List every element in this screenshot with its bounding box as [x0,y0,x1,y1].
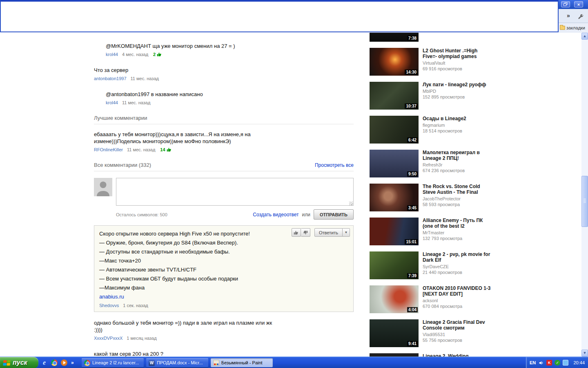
video-title[interactable]: L2 Ghost Hunter .=High Five=- olympiad g… [423,48,493,59]
video-thumbnail[interactable]: 4:04 [370,285,419,313]
comment-time: 11 мес. назад [131,76,159,81]
taskbar-task-button[interactable]: Безымянный - Paint [211,358,273,367]
ie-icon[interactable]: e [41,359,48,366]
chevron-down-icon: ▼ [345,231,348,234]
comment: Что за сервер antonbaton1997 11 мес. наз… [94,67,354,81]
clock[interactable]: 20:44 [573,360,585,365]
video-author[interactable]: MblPD [423,89,493,94]
comment-text: какой там серв 200 на 200 ? [94,350,282,357]
video-author[interactable]: JacobTheProtector [423,196,493,201]
video-title[interactable]: Осады в Lineage2 [423,116,493,121]
video-title[interactable]: OTAKON 2010 FANVIDEO 1-3 [NEXT DAY EDIT] [423,285,493,297]
related-video-item: 14:30 L2 Ghost Hunter .=High Five=- olym… [370,48,496,76]
video-title[interactable]: The Rock vs. Stone Cold Steve Austin - T… [423,184,493,195]
browser-titlebar: × [559,0,588,9]
related-video-item: 9:41 Lineage 2 Gracia Final Dev Console … [370,319,496,347]
video-title[interactable]: Лук пати - lineage2 руофф [423,82,493,88]
comment-author-link[interactable]: krol44 [106,100,118,105]
comment: @MrKOMEHДАНТ ща уже монитор сменил на 27… [106,43,354,57]
bookmarks-label[interactable]: закладки [566,25,585,30]
related-video-item: 15:01 Alliance Enemy - Путь ПК (one of t… [370,218,496,245]
task-button-icon [84,360,90,366]
create-video-response-link[interactable]: Создать видеоответ [253,212,298,218]
comment-author-link[interactable]: RFOnlineKiller [94,147,123,152]
video-views: 58 593 просмотра [423,202,493,207]
thumbs-up-button[interactable] [292,228,301,237]
comment-author-link[interactable]: krol44 [106,52,118,57]
video-author[interactable]: flegmarium [423,123,493,128]
comment-form [94,178,354,207]
language-indicator[interactable]: EN [530,360,536,365]
taskbar-task-button[interactable]: ПРОДАМ.docx - Micr... [146,358,208,367]
wrench-menu-icon[interactable] [577,13,584,20]
comment-input[interactable] [116,178,354,206]
close-window-button[interactable]: × [574,1,583,7]
video-title[interactable]: Lineage 2. Wedding [423,353,493,357]
toolbar-overflow-chevron[interactable]: » [567,12,570,19]
video-author[interactable]: VirtualVault [423,61,493,65]
video-thumbnail[interactable]: 10:37 [370,82,419,110]
video-author[interactable]: acksonl [423,298,493,303]
scrollbar-thumb[interactable] [581,176,588,227]
media-player-icon[interactable] [60,359,67,366]
restore-window-button[interactable] [561,1,570,7]
video-thumbnail[interactable] [370,353,419,357]
video-thumbnail[interactable]: 14:30 [370,48,419,76]
video-thumbnail[interactable]: 7:39 [370,251,419,279]
video-views: 18 514 просмотров [423,128,493,133]
security-check-icon[interactable]: ✓ [555,360,560,366]
comment-toolbar: Ответить ▼ [292,228,350,237]
resize-grip-icon[interactable] [349,202,353,205]
comment-link[interactable]: anabius.ru [99,292,348,301]
video-title[interactable]: Lineage 2 - pvp, pk movie for Dark Elf [423,251,493,263]
comment-author-link[interactable]: XxxxDVPxxxX [94,336,122,341]
video-title[interactable]: Alliance Enemy - Путь ПК (one of the bes… [423,218,493,229]
submit-comment-button[interactable]: ОТПРАВИТЬ [314,209,354,220]
video-thumbnail[interactable]: 6:42 [370,116,419,144]
video-info: Малолетка переиграл в Lineage 2 ППЦ! Ref… [423,150,493,177]
video-thumbnail[interactable]: 9:41 [370,319,419,347]
video-author[interactable]: Vladi95531 [423,332,493,337]
close-icon: × [577,2,580,7]
view-all-comments-link[interactable]: Просмотреть все [315,162,354,168]
comment-text: Скоро открытие нового сервера High Five … [99,229,328,292]
chrome-icon[interactable] [51,359,58,366]
scroll-up-button[interactable]: ▲ [581,33,588,40]
video-author[interactable]: SyrDaveCZE [423,264,493,269]
thumbs-up-icon [294,230,298,235]
comment-likes: 2 [153,52,162,57]
video-info: Lineage 2. Wedding [423,353,493,357]
video-thumbnail[interactable]: 9:50 [370,150,419,177]
comment-author-link[interactable]: Shedovvs [99,303,119,308]
video-thumbnail[interactable]: 7:38 [370,33,419,42]
task-button-icon [213,360,219,366]
quick-launch-overflow-chevron[interactable]: » [71,360,74,366]
page-scrollbar[interactable]: ▲ ▼ [581,33,588,357]
related-video-item: 7:38 54 400 просмотров [370,33,496,42]
start-button[interactable]: пуск [0,357,38,368]
reply-button[interactable]: Ответить [314,228,343,237]
thumbs-up-icon [167,147,172,152]
video-title[interactable]: Lineage 2 Gracia Final Dev Console смотр… [423,319,493,331]
reply-dropdown-button[interactable]: ▼ [343,228,350,237]
video-info: L2 Ghost Hunter .=High Five=- olympiad g… [423,48,493,76]
scroll-down-button[interactable]: ▼ [581,350,588,357]
video-thumbnail[interactable]: 3:45 [370,184,419,211]
comment-text: Что за сервер [94,67,282,74]
video-title[interactable]: Малолетка переиграл в Lineage 2 ППЦ! [423,150,493,161]
volume-icon[interactable] [538,360,544,366]
video-author[interactable]: Refresh3r [423,162,493,167]
taskbar-task-button[interactable]: Lineage 2 l2.ru lancer... [82,358,144,367]
video-author[interactable]: MrTmaster [423,230,493,235]
comment-meta: Shedovvs 1 сек. назад [99,303,348,308]
task-button-label: ПРОДАМ.docx - Micr... [157,360,203,365]
network-icon[interactable] [563,360,568,366]
video-info: The Rock vs. Stone Cold Steve Austin - T… [423,184,493,211]
thumbs-down-button[interactable] [301,228,310,237]
comment-input-wrap [116,178,354,207]
comment: какой там серв 200 на 200 ? [94,350,354,357]
comment-author-link[interactable]: antonbaton1997 [94,76,127,81]
antivirus-icon[interactable]: K [546,360,552,366]
video-thumbnail[interactable]: 15:01 [370,218,419,245]
comment-likes: 14 [160,147,171,152]
